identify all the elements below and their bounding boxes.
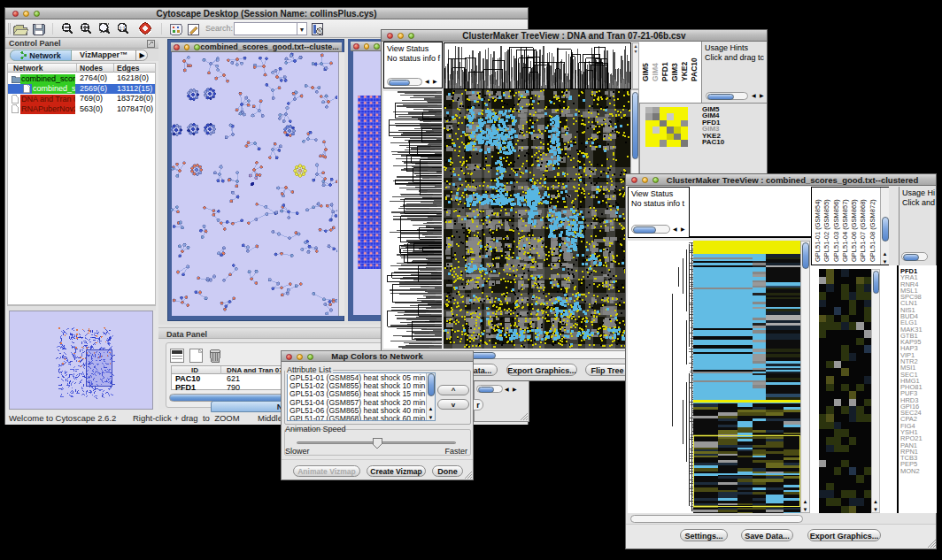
svg-text:1:1: 1:1 [120,26,126,31]
svg-text:✎: ✎ [318,28,322,34]
svg-text:Search:: Search: [205,24,233,33]
